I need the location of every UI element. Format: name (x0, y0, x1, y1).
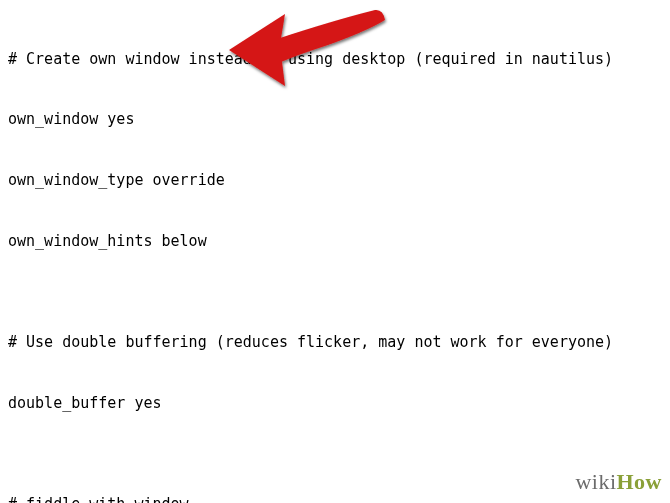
text-line: double_buffer yes (8, 393, 660, 413)
text-line: # Create own window instead of using des… (8, 49, 660, 69)
config-text-block: # Create own window instead of using des… (0, 0, 670, 503)
text-line: own_window_type override (8, 170, 660, 190)
watermark: wikiHow (575, 467, 662, 497)
text-line: # Use double buffering (reduces flicker,… (8, 332, 660, 352)
watermark-wiki: wiki (575, 469, 616, 494)
watermark-how: How (617, 469, 663, 494)
text-line: # fiddle with window (8, 494, 660, 503)
text-line: own_window yes (8, 109, 660, 129)
text-line: own_window_hints below (8, 231, 660, 251)
